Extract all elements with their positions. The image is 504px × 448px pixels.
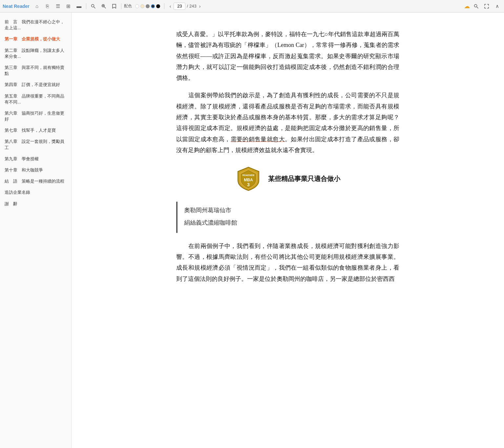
grid-icon[interactable]: ⊞ — [64, 2, 73, 11]
blockquote-line-2: 絹絲義式濃縮咖啡館 — [184, 217, 393, 228]
sidebar-item-chapter10-label: 第十章 和大咖競爭 — [5, 168, 43, 172]
color-dot-dark[interactable] — [151, 4, 155, 8]
separator-3 — [164, 3, 164, 9]
blockquote: 奧勒岡州葛瑞仙市 絹絲義式濃縮咖啡館 — [176, 202, 399, 233]
sidebar-item-chapter3[interactable]: 第三章 與眾不同，就有獨特賣點 — [0, 62, 71, 79]
search-right-icon[interactable] — [472, 2, 480, 11]
collapse-icon[interactable]: ∧ — [493, 2, 501, 11]
color-dot-gray[interactable] — [146, 4, 150, 8]
sidebar-item-chapter8-label: 第八章 設定一套規則，獎勵員工 — [5, 139, 64, 150]
separator-2 — [121, 3, 121, 9]
sidebar-item-chapter5-label: 第五章 品牌很重要，不同商品有不同... — [5, 94, 64, 104]
highlight-text: 需要的銷售量就愈大 — [231, 136, 285, 143]
blockquote-line-1: 奧勒岡州葛瑞仙市 — [184, 205, 393, 216]
bookmark-icon[interactable] — [110, 2, 118, 11]
page-separator: / — [187, 4, 188, 9]
zoom-icon[interactable] — [99, 2, 108, 11]
sidebar-item-chapter5[interactable]: 第五章 品牌很重要，不同商品有不同... — [0, 91, 71, 108]
sidebar-item-conclusion-label: 結 語 策略是一種持續的流程 — [5, 179, 64, 184]
book-content: 或受人喜愛。」以平托車款為例，麥特說，福特在一九七○年代銷售這款車超過兩百萬輛，… — [176, 29, 399, 284]
sidebar-item-chapter8[interactable]: 第八章 設定一套規則，獎勵員工 — [0, 136, 71, 153]
separator-1 — [86, 3, 86, 9]
svg-text:MBA: MBA — [244, 178, 253, 182]
sidebar-item-chapter9[interactable]: 第九章 學會授權 — [0, 153, 71, 165]
badge-caption: 某些精品事業只適合做小 — [268, 173, 340, 185]
svg-text:3: 3 — [247, 182, 250, 187]
panel-icon[interactable]: ▬ — [75, 2, 83, 11]
paragraph-1: 或受人喜愛。」以平托車款為例，麥特說，福特在一九七○年代銷售這款車超過兩百萬輛，… — [176, 29, 399, 83]
paragraph-2: 這個案例帶給我們的啟示是，為了創造具有獲利性的成長，公司需要的不只是規模經濟。除… — [176, 90, 399, 156]
prev-page-button[interactable]: ‹ — [168, 3, 173, 10]
sidebar-item-chapter4[interactable]: 第四章 訂價，不是便宜就好 — [0, 79, 71, 90]
page-number-input[interactable] — [174, 3, 185, 10]
sidebar-item-preface[interactable]: 前 言 我們在漫不經心之中，走上這... — [0, 16, 71, 34]
color-label: 配色 — [124, 3, 132, 9]
sidebar-item-chapter10[interactable]: 第十章 和大咖競爭 — [0, 165, 71, 176]
badge-section: ROADSIDE MBA 3 某些精品事業只適合做小 — [176, 166, 399, 192]
weather-icon: ☁ — [464, 3, 470, 10]
sidebar-item-chapter7-label: 第七章 找幫手，人才是寶 — [5, 128, 56, 133]
main-layout: 前 言 我們在漫不經心之中，走上這... 第一章 企業規模，從小做大 第二章 設… — [0, 12, 504, 448]
sidebar-item-chapter6[interactable]: 第六章 協商技巧好，生意做更好 — [0, 108, 71, 125]
svg-line-1 — [94, 7, 95, 8]
sidebar-item-chapter2-label: 第二章 設點陣癮，別讓太多人來分食... — [5, 48, 64, 59]
sidebar-item-chapter3-label: 第三章 與眾不同，就有獨特賣點 — [5, 65, 64, 76]
sidebar-item-company-list-label: 造訪企業名錄 — [5, 190, 30, 195]
sidebar-item-company-list[interactable]: 造訪企業名錄 — [0, 187, 71, 198]
sidebar-item-conclusion[interactable]: 結 語 策略是一種持續的流程 — [0, 176, 71, 187]
search-icon[interactable] — [89, 2, 97, 11]
fullscreen-icon[interactable] — [482, 2, 491, 11]
sidebar-item-acknowledgments-label: 謝 辭 — [5, 201, 17, 206]
home-icon[interactable]: ⌂ — [33, 2, 41, 11]
svg-text:ROADSIDE: ROADSIDE — [242, 174, 255, 176]
next-page-button[interactable]: › — [198, 3, 202, 10]
color-dot-cream[interactable] — [140, 4, 144, 8]
book-content-area[interactable]: 或受人喜愛。」以平托車款為例，麥特說，福特在一九七○年代銷售這款車超過兩百萬輛，… — [72, 12, 504, 448]
sidebar-item-preface-label: 前 言 我們在漫不經心之中，走上這... — [5, 19, 64, 30]
toolbar-right: ☁ ∧ — [464, 2, 501, 11]
sidebar-item-chapter1[interactable]: 第一章 企業規模，從小做大 — [0, 34, 71, 45]
color-picker — [135, 4, 160, 8]
sidebar-item-chapter2[interactable]: 第二章 設點陣癮，別讓太多人來分食... — [0, 45, 71, 62]
color-dot-white[interactable] — [135, 4, 139, 8]
sidebar-item-chapter7[interactable]: 第七章 找幫手，人才是寶 — [0, 125, 71, 136]
sidebar: 前 言 我們在漫不經心之中，走上這... 第一章 企業規模，從小做大 第二章 設… — [0, 12, 72, 448]
sidebar-item-chapter6-label: 第六章 協商技巧好，生意做更好 — [5, 111, 64, 122]
total-pages: 243 — [189, 4, 197, 9]
menu-icon[interactable]: ☰ — [54, 2, 62, 11]
sidebar-item-chapter9-label: 第九章 學會授權 — [5, 156, 39, 161]
app-name: Neat Reader — [3, 4, 30, 9]
svg-point-6 — [474, 4, 477, 7]
page-navigation: ‹ / 243 › — [168, 3, 202, 10]
svg-line-3 — [104, 7, 106, 8]
sidebar-item-chapter1-label: 第一章 企業規模，從小做大 — [5, 36, 60, 41]
toolbar: Neat Reader ⌂ ⎘ ☰ ⊞ ▬ 配色 ‹ — [0, 0, 504, 12]
copy-icon[interactable]: ⎘ — [43, 2, 52, 11]
svg-point-0 — [91, 4, 94, 7]
color-dot-black[interactable] — [156, 4, 160, 8]
sidebar-item-chapter4-label: 第四章 訂價，不是便宜就好 — [5, 82, 60, 87]
sidebar-item-acknowledgments[interactable]: 謝 辭 — [0, 198, 71, 210]
roadside-mba-badge: ROADSIDE MBA 3 — [235, 166, 262, 192]
svg-line-7 — [477, 7, 478, 8]
paragraph-3: 在前兩個例子中，我們看到，伴隨著業務成長，規模經濟可能對獲利創造強力影響。不過，… — [176, 241, 399, 284]
